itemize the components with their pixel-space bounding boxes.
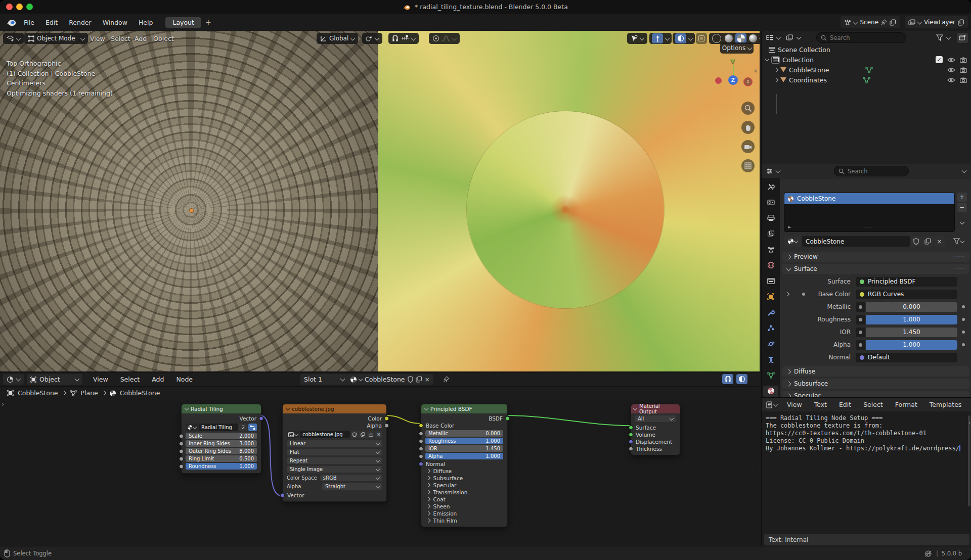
unlink-x-icon[interactable]: × — [934, 236, 945, 247]
input-scale[interactable]: Scale2.000 — [186, 433, 257, 439]
text-menu-edit[interactable]: Edit — [833, 399, 857, 410]
color-space-dropdown[interactable]: sRGB — [320, 475, 382, 481]
normal-input-socket[interactable] — [419, 462, 423, 466]
alpha-output-socket[interactable] — [384, 424, 389, 428]
workspace-tab-layout[interactable]: Layout — [165, 17, 201, 28]
zoom-tool-icon[interactable] — [741, 102, 755, 115]
text-menu-view[interactable]: View — [781, 399, 808, 410]
section-diffuse[interactable]: Diffuse — [421, 468, 507, 475]
ring-limit-socket[interactable] — [179, 456, 184, 461]
alpha-socket[interactable] — [419, 454, 423, 458]
input-metallic[interactable]: Metallic0.000 — [425, 430, 503, 437]
normal-menu[interactable]: Default — [856, 353, 957, 362]
node-header[interactable]: Material Output — [631, 404, 680, 413]
nodegroup-name[interactable]: Radial Tiling — [199, 424, 238, 431]
outliner-editor-icon[interactable] — [766, 34, 773, 41]
text-menu-format[interactable]: Format — [890, 399, 923, 410]
outliner-row-collection[interactable]: Collection ✓ — [762, 55, 971, 65]
camera-view-icon[interactable] — [741, 140, 755, 153]
exclude-checkbox[interactable]: ✓ — [936, 56, 943, 63]
tab-output[interactable] — [763, 212, 778, 223]
menu-window[interactable]: Window — [97, 17, 133, 28]
breadcrumb-mesh[interactable]: Plane — [81, 389, 98, 397]
editor-type-selector[interactable] — [3, 33, 24, 44]
tab-physics[interactable] — [763, 338, 778, 349]
alpha-mode-dropdown[interactable]: Straight — [322, 483, 382, 490]
close-window-button[interactable] — [6, 4, 13, 10]
text-editor-type-dropdown[interactable] — [773, 402, 778, 407]
fake-user-shield-icon[interactable] — [351, 431, 358, 438]
copy-icon[interactable] — [958, 19, 964, 26]
sidebar-expand-chevron[interactable]: ‹ — [968, 419, 971, 427]
edit-group-button[interactable] — [248, 424, 257, 431]
tab-constraints[interactable] — [763, 354, 778, 365]
text-editor-icon[interactable] — [766, 401, 773, 408]
tab-world[interactable] — [763, 260, 778, 271]
input-ring-limit[interactable]: Ring Limit0.500 — [186, 455, 257, 462]
material-name-field[interactable]: CobbleStone — [802, 236, 910, 247]
shading-wireframe-button[interactable] — [711, 33, 722, 43]
outliner-display-mode-icon[interactable] — [786, 34, 793, 41]
gizmo-toggle[interactable] — [649, 33, 672, 44]
volume-input-socket[interactable] — [629, 433, 633, 437]
proportional-editing-controls[interactable] — [429, 33, 460, 44]
section-thin-film[interactable]: Thin Film — [421, 517, 507, 524]
filter-icon[interactable] — [936, 34, 943, 41]
metallic-slider[interactable]: 0.000 — [866, 302, 957, 312]
text-editor-footer[interactable]: Text: Internal — [764, 534, 969, 545]
base-color-input-socket[interactable] — [419, 424, 423, 428]
metallic-socket-toggle[interactable] — [856, 302, 865, 312]
resize-grip[interactable]: ···· — [864, 225, 872, 230]
roughness-slider[interactable]: 1.000 — [866, 315, 957, 324]
tab-modifiers[interactable] — [763, 307, 778, 318]
roughness-socket[interactable] — [419, 439, 423, 443]
add-workspace-button[interactable]: + — [205, 18, 211, 26]
input-ior[interactable]: IOR1.450 — [425, 445, 503, 452]
copy-icon[interactable] — [890, 19, 896, 26]
hide-eye-icon[interactable] — [947, 67, 955, 73]
properties-editor-dropdown[interactable] — [776, 168, 781, 173]
snapping-magnet-icon[interactable] — [722, 374, 733, 384]
disable-render-camera-icon[interactable] — [960, 57, 967, 63]
text-menu-templates[interactable]: Templates — [924, 399, 967, 410]
image-name[interactable]: cobblestone.jpg — [300, 431, 350, 438]
input-roughness[interactable]: Roughness1.000 — [425, 438, 503, 444]
gizmo-x-axis-ball[interactable]: X — [743, 77, 753, 86]
diffuse-section-header[interactable]: Diffuse — [782, 366, 969, 377]
vector-input-socket[interactable] — [280, 493, 285, 498]
shader-menu-node[interactable]: Node — [170, 374, 198, 385]
shader-overlays-icon[interactable] — [736, 374, 747, 384]
scale-socket[interactable] — [179, 434, 184, 438]
tab-material[interactable] — [763, 386, 778, 397]
copy-icon[interactable] — [359, 431, 366, 438]
node-header[interactable]: Principled BSDF — [421, 404, 507, 413]
ior-slider[interactable]: 1.450 — [866, 328, 957, 337]
menu-help[interactable]: Help — [133, 17, 159, 28]
text-menu-select[interactable]: Select — [858, 399, 889, 410]
menu-render[interactable]: Render — [63, 17, 97, 28]
vector-output-socket[interactable] — [259, 416, 263, 421]
navigation-gizmo[interactable]: Y Z X — [714, 57, 753, 92]
gizmo-z-axis-ball[interactable]: Z — [728, 75, 738, 85]
expand-collection-chevron[interactable] — [765, 57, 769, 61]
outliner-editor-dropdown[interactable] — [776, 35, 781, 40]
color-output-socket[interactable] — [384, 416, 389, 421]
expand-object-chevron[interactable] — [774, 78, 778, 82]
metallic-socket[interactable] — [419, 431, 423, 436]
section-emission[interactable]: Emission — [421, 510, 507, 517]
section-subsurface[interactable]: Subsurface — [421, 475, 507, 482]
animate-decorator[interactable] — [962, 318, 965, 321]
fake-user-shield-icon[interactable] — [408, 376, 413, 383]
new-collection-button[interactable] — [957, 33, 968, 43]
surface-section-header[interactable]: Surface······ — [782, 264, 969, 274]
viewport-menu-add[interactable]: Add — [131, 33, 150, 44]
pin-icon[interactable] — [881, 19, 887, 25]
tab-tool[interactable] — [763, 181, 778, 192]
sidebar-expand-chevron[interactable]: ‹ — [755, 66, 757, 74]
xray-toggle[interactable] — [696, 33, 707, 44]
properties-editor-icon[interactable] — [766, 168, 773, 174]
breadcrumb-material[interactable]: CobbleStone — [120, 389, 160, 397]
animate-decorator[interactable] — [962, 343, 965, 346]
node-image-texture[interactable]: cobblestone.jpg Color Alpha cobblestone.… — [282, 404, 387, 502]
nodegroup-icon[interactable] — [186, 424, 198, 431]
